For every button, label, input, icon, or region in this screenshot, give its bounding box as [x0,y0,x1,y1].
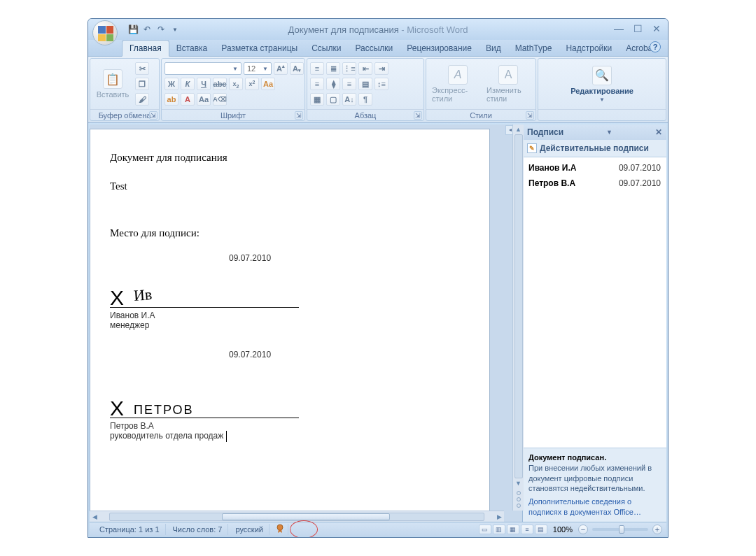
text-effects-button[interactable]: Aa [261,78,275,90]
scroll-right-icon[interactable]: ▶ [494,513,504,520]
tab-insert[interactable]: Вставка [169,41,215,56]
tab-view[interactable]: Вид [479,41,508,56]
status-page[interactable]: Страница: 1 из 1 [94,524,166,535]
underline-button[interactable]: Ч [197,78,211,90]
document-page[interactable]: Документ для подписания Test Место для п… [90,129,490,516]
signature-2-name: Петров В.А [110,421,470,431]
bullets-button[interactable]: ≡ [310,62,324,75]
align-center-button[interactable]: ⧫ [326,78,340,90]
align-left-button[interactable]: ≡ [310,78,324,90]
strikethrough-button[interactable]: abc [213,78,227,90]
show-marks-button[interactable]: ¶ [358,93,372,106]
grow-font-button[interactable]: A▴ [274,62,288,75]
document-viewport[interactable]: ◂ Документ для подписания Test Место для… [90,124,522,522]
format-painter-icon[interactable]: 🖌 [135,93,149,106]
signature-1-line[interactable]: X Ив [110,267,299,308]
editing-button[interactable]: 🔍 Редактирование ▼ [567,66,637,103]
signature-2-printed: ПЕТРОВ [134,403,194,418]
clipboard-icon: 📋 [103,69,122,89]
tab-mailings[interactable]: Рассылки [348,41,400,56]
office-button[interactable] [92,20,118,45]
tab-references[interactable]: Ссылки [304,41,348,56]
subscript-button[interactable]: x2 [229,78,243,90]
justify-button[interactable]: ▤ [358,78,372,90]
font-name-dropdown[interactable]: ▼ [164,62,241,75]
shrink-font-button[interactable]: A▾ [290,62,304,75]
zoom-out-button[interactable]: − [578,525,588,534]
minimize-button[interactable]: — [614,23,624,34]
hscroll-track[interactable] [109,513,484,521]
highlight-color-button[interactable]: ab [164,93,178,106]
hscroll-thumb[interactable] [222,513,390,520]
web-layout-view-button[interactable]: ▦ [507,525,519,534]
valid-signatures-tab[interactable]: ✎ Действительные подписи [527,143,649,153]
zoom-slider[interactable] [592,528,648,531]
styles-launcher[interactable]: ⇲ [526,111,534,120]
tab-pagelayout[interactable]: Разметка страницы [214,41,304,56]
signature-list-item[interactable]: Петров В.А 09.07.2010 [527,176,662,191]
zoom-slider-thumb[interactable] [619,525,624,534]
signature-2-line[interactable]: X ПЕТРОВ [110,378,299,418]
vertical-scrollbar[interactable]: ▲ ▼ [512,124,524,511]
view-buttons: ▭ ▥ ▦ ≡ ▤ 100% − + [479,525,662,534]
change-case-button[interactable]: Aa [197,93,211,106]
tab-review[interactable]: Рецензирование [400,41,479,56]
sort-button[interactable]: A↓ [342,93,356,106]
group-editing: 🔍 Редактирование ▼ [538,58,666,121]
scroll-left-icon[interactable]: ◀ [90,513,99,520]
align-right-button[interactable]: ≡ [342,78,356,90]
font-launcher[interactable]: ⇲ [295,111,303,120]
pane-menu-icon[interactable]: ▼ [606,129,612,136]
fullscreen-reading-view-button[interactable]: ▥ [493,525,505,534]
vscroll-track[interactable] [514,134,523,478]
line-spacing-button[interactable]: ↕≡ [374,78,388,90]
draft-view-button[interactable]: ▤ [535,525,547,534]
maximize-button[interactable]: ☐ [634,23,643,34]
zoom-percent[interactable]: 100% [553,525,573,534]
clipboard-launcher[interactable]: ⇲ [149,111,158,120]
tab-home[interactable]: Главная [122,40,169,57]
font-size-dropdown[interactable]: 12▼ [244,62,272,75]
status-language[interactable]: русский [230,524,269,535]
print-layout-view-button[interactable]: ▭ [479,525,491,534]
quick-styles-button[interactable]: A Экспресс-стили [432,65,484,103]
signatures-help-link[interactable]: Дополнительные сведения о подписях в док… [528,497,641,516]
browse-object-buttons[interactable] [517,488,521,511]
ribbon-tabs: Главная Вставка Разметка страницы Ссылки… [88,40,668,57]
undo-icon[interactable]: ↶ [141,24,153,35]
qat-dropdown-icon[interactable]: ▼ [169,24,181,35]
clear-formatting-button[interactable]: A⌫ [213,93,227,106]
cut-icon[interactable]: ✂ [135,62,149,75]
borders-button[interactable]: ▢ [326,93,340,106]
status-wordcount[interactable]: Число слов: 7 [167,524,229,535]
tab-addins[interactable]: Надстройки [559,41,619,56]
signature-block-1: 09.07.2010 X Ив Иванов И.А менеджер [110,253,470,330]
work-area: ◂ Документ для подписания Test Место для… [90,124,666,522]
tab-mathtype[interactable]: MathType [508,41,559,56]
paragraph-launcher[interactable]: ⇲ [414,111,422,120]
superscript-button[interactable]: x2 [245,78,259,90]
status-signature-indicator[interactable] [271,524,288,535]
italic-button[interactable]: К [181,78,195,90]
redo-icon[interactable]: ↷ [155,24,167,35]
zoom-in-button[interactable]: + [652,525,662,534]
copy-icon[interactable]: ❐ [135,78,149,90]
change-styles-button[interactable]: A Изменить стили [486,65,530,103]
shading-button[interactable]: ▦ [310,93,324,106]
signature-list-item[interactable]: Иванов И.А 09.07.2010 [527,160,662,176]
scroll-up-icon[interactable]: ▲ [513,124,524,134]
increase-indent-button[interactable]: ⇥ [374,62,388,75]
bold-button[interactable]: Ж [164,78,178,90]
save-icon[interactable]: 💾 [127,24,139,35]
help-icon[interactable]: ? [650,41,661,52]
outline-view-button[interactable]: ≡ [521,525,533,534]
pane-close-icon[interactable]: ✕ [655,127,662,137]
multilevel-list-button[interactable]: ⋮≡ [342,62,356,75]
paste-button[interactable]: 📋 Вставить [93,69,132,99]
scroll-down-icon[interactable]: ▼ [513,478,524,488]
decrease-indent-button[interactable]: ⇤ [358,62,372,75]
close-button[interactable]: ✕ [652,23,661,34]
horizontal-scrollbar[interactable]: ◀ ▶ [90,511,504,522]
numbering-button[interactable]: ≣ [326,62,340,75]
font-color-button[interactable]: A [181,93,195,106]
